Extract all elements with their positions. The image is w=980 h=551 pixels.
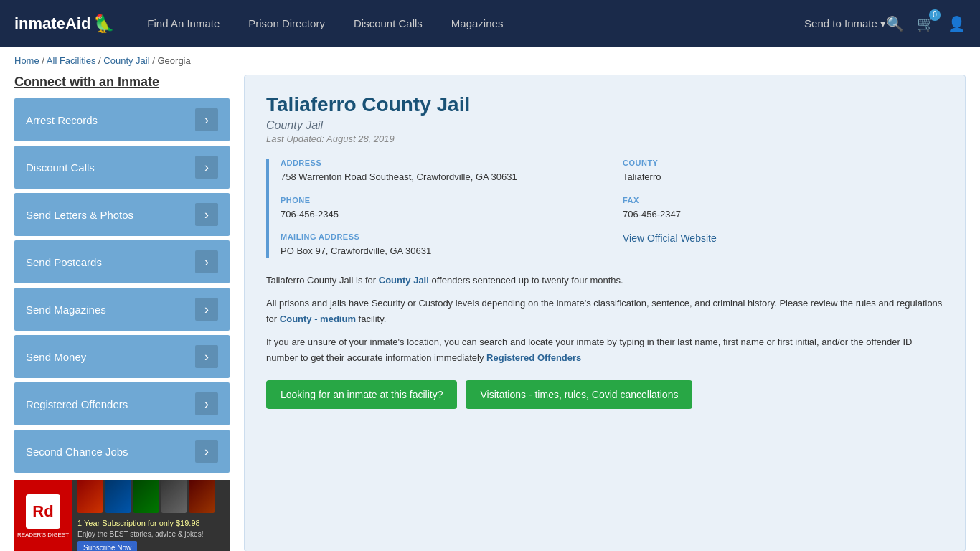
main-nav: Find An Inmate Prison Directory Discount…	[136, 11, 804, 35]
county-jail-link[interactable]: County Jail	[379, 275, 429, 286]
description-block: Taliaferro County Jail is for County Jai…	[266, 273, 943, 366]
sidebar-item-label: Send Letters & Photos	[26, 209, 133, 221]
action-buttons: Looking for an inmate at this facility? …	[266, 380, 943, 409]
facility-type: County Jail	[266, 119, 943, 132]
arrow-icon: ›	[195, 440, 218, 463]
info-grid: ADDRESS 758 Warrenton Road Southeast, Cr…	[266, 159, 943, 258]
arrow-icon: ›	[195, 298, 218, 321]
county-label: COUNTY	[623, 159, 943, 167]
fax-block: FAX 706-456-2347	[623, 196, 943, 222]
sidebar-item-second-chance-jobs[interactable]: Second Chance Jobs ›	[14, 430, 230, 473]
main-container: Connect with an Inmate Arrest Records › …	[0, 75, 980, 551]
ad-line2: Enjoy the BEST stories, advice & jokes!	[77, 530, 224, 538]
nav-find-inmate[interactable]: Find An Inmate	[136, 11, 230, 35]
website-link[interactable]: View Official Website	[623, 232, 717, 244]
arrow-icon: ›	[195, 108, 218, 131]
desc1-text: Taliaferro County Jail is for	[266, 275, 379, 286]
logo-text: inmateAid	[14, 14, 90, 33]
looking-for-inmate-button[interactable]: Looking for an inmate at this facility?	[266, 380, 457, 409]
ad-books-row	[77, 480, 224, 513]
breadcrumb-all-facilities[interactable]: All Facilities	[47, 55, 96, 66]
sidebar-item-registered-offenders[interactable]: Registered Offenders ›	[14, 382, 230, 425]
ad-book-4	[161, 480, 187, 513]
sidebar-item-label: Send Magazines	[26, 303, 106, 316]
county-value: Taliaferro	[623, 170, 943, 184]
sidebar-item-send-postcards[interactable]: Send Postcards ›	[14, 240, 230, 283]
sidebar-item-send-letters[interactable]: Send Letters & Photos ›	[14, 193, 230, 236]
visitations-button[interactable]: Visitations - times, rules, Covid cancel…	[466, 380, 692, 409]
cart-icon[interactable]: 🛒 0	[917, 15, 935, 32]
sidebar-item-label: Arrest Records	[26, 114, 98, 126]
header: inmateAid 🦜 Find An Inmate Prison Direct…	[0, 0, 980, 47]
mailing-label: MAILING ADDRESS	[281, 232, 601, 241]
breadcrumb-county-jail[interactable]: County Jail	[103, 55, 149, 66]
sidebar-item-label: Discount Calls	[26, 161, 95, 174]
desc-para-3: If you are unsure of your inmate's locat…	[266, 334, 943, 366]
sidebar-item-label: Send Money	[26, 351, 86, 363]
breadcrumb: Home / All Facilities / County Jail / Ge…	[0, 47, 980, 75]
ad-brand: READER'S DIGEST	[17, 532, 69, 538]
search-icon[interactable]: 🔍	[886, 15, 904, 32]
nav-discount-calls[interactable]: Discount Calls	[343, 11, 433, 35]
nav-prison-directory[interactable]: Prison Directory	[237, 11, 336, 35]
arrow-icon: ›	[195, 156, 218, 179]
mailing-value: PO Box 97, Crawfordville, GA 30631	[281, 244, 601, 258]
phone-block: PHONE 706-456-2345	[281, 196, 601, 222]
desc-para-1: Taliaferro County Jail is for County Jai…	[266, 273, 943, 288]
phone-label: PHONE	[281, 196, 601, 204]
county-block: COUNTY Taliaferro	[623, 159, 943, 184]
mailing-block: MAILING ADDRESS PO Box 97, Crawfordville…	[281, 232, 601, 258]
ad-book-2	[105, 480, 131, 513]
sidebar-item-send-magazines[interactable]: Send Magazines ›	[14, 288, 230, 331]
arrow-icon: ›	[195, 345, 218, 368]
arrow-icon: ›	[195, 203, 218, 226]
last-updated: Last Updated: August 28, 2019	[266, 133, 943, 144]
website-block: View Official Website	[623, 232, 943, 258]
address-value: 758 Warrenton Road Southeast, Crawfordvi…	[281, 170, 601, 184]
sidebar-item-label: Registered Offenders	[26, 398, 128, 410]
ad-book-5	[189, 480, 215, 513]
nav-magazines[interactable]: Magazines	[440, 11, 514, 35]
ad-book-1	[77, 480, 103, 513]
arrow-icon: ›	[195, 392, 218, 415]
county-medium-link[interactable]: County - medium	[280, 314, 356, 324]
ad-subscribe-button[interactable]: Subscribe Now	[77, 541, 137, 551]
ad-line1: 1 Year Subscription for only $19.98	[77, 519, 224, 527]
desc-para-2: All prisons and jails have Security or C…	[266, 296, 943, 327]
logo[interactable]: inmateAid 🦜	[14, 14, 115, 34]
cart-badge: 0	[929, 9, 941, 21]
fax-label: FAX	[623, 196, 943, 204]
user-icon[interactable]: 👤	[948, 15, 966, 32]
arrow-icon: ›	[195, 250, 218, 273]
registered-offenders-link[interactable]: Registered Offenders	[486, 352, 581, 363]
desc1-end: offenders sentenced up to twenty four mo…	[429, 275, 623, 286]
breadcrumb-home[interactable]: Home	[14, 55, 39, 66]
breadcrumb-state: Georgia	[157, 55, 190, 66]
fax-value: 706-456-2347	[623, 207, 943, 222]
ad-logo: Rd	[26, 494, 60, 529]
sidebar-ad[interactable]: Rd READER'S DIGEST 1 Year Subscription f…	[14, 480, 230, 551]
sidebar-item-label: Second Chance Jobs	[26, 446, 128, 458]
header-icons: 🔍 🛒 0 👤	[886, 15, 966, 32]
phone-value: 706-456-2345	[281, 207, 601, 222]
facility-content: Taliaferro County Jail County Jail Last …	[244, 75, 966, 551]
desc2-end: facility.	[356, 314, 386, 324]
facility-name: Taliaferro County Jail	[266, 93, 943, 116]
ad-book-3	[133, 480, 159, 513]
sidebar-item-arrest-records[interactable]: Arrest Records ›	[14, 98, 230, 141]
desc3-text: If you are unsure of your inmate's locat…	[266, 336, 912, 363]
nav-send-to-inmate[interactable]: Send to Inmate ▾	[804, 17, 886, 30]
sidebar-item-send-money[interactable]: Send Money ›	[14, 335, 230, 378]
logo-icon: 🦜	[93, 14, 115, 34]
address-block: ADDRESS 758 Warrenton Road Southeast, Cr…	[281, 159, 601, 184]
sidebar-item-label: Send Postcards	[26, 256, 102, 268]
sidebar-title: Connect with an Inmate	[14, 75, 230, 90]
sidebar-item-discount-calls[interactable]: Discount Calls ›	[14, 146, 230, 189]
address-label: ADDRESS	[281, 159, 601, 167]
sidebar: Connect with an Inmate Arrest Records › …	[14, 75, 230, 551]
